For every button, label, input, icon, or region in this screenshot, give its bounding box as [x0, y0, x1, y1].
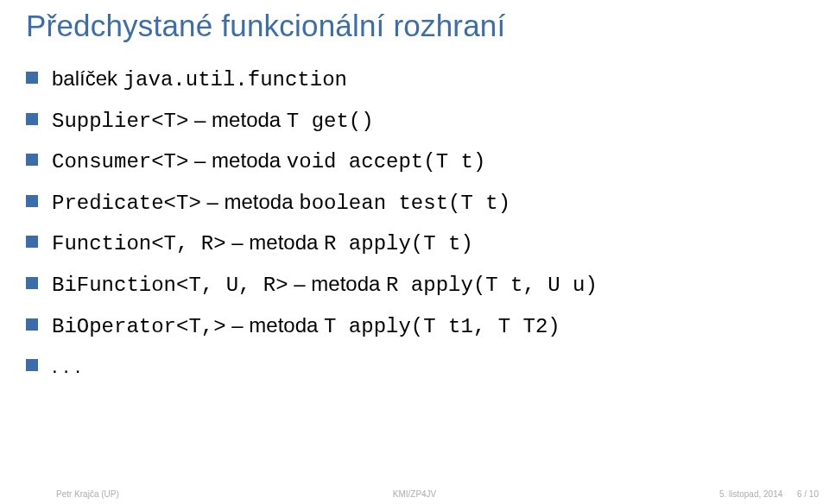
list-item: Consumer<T> – metoda void accept(T t) — [26, 146, 803, 177]
bullet-icon — [26, 236, 38, 248]
item-code: Function<T, R> — [52, 232, 226, 255]
item-code: void accept(T t) — [287, 150, 485, 173]
list-item: balíček java.util.function — [26, 64, 803, 95]
bullet-icon — [26, 318, 38, 331]
item-text: – metoda — [188, 108, 286, 131]
bullet-icon — [26, 277, 38, 289]
footer-course: KMI/ZP4JV — [393, 489, 437, 499]
footer: Petr Krajča (UP) KMI/ZP4JV 5. listopad, … — [0, 483, 829, 504]
item-text: balíček — [52, 66, 123, 90]
item-text: – metoda — [226, 313, 324, 337]
list-item: Supplier<T> – metoda T get() — [26, 105, 803, 136]
slide-title: Předchystané funkcionální rozhraní — [26, 9, 803, 43]
item-code: R apply(T t, U u) — [386, 274, 598, 297]
item-code: BiOperator<T,> — [52, 315, 226, 338]
item-text: . . . — [52, 354, 80, 377]
item-text: – metoda — [288, 272, 386, 295]
list-item: . . . — [26, 351, 803, 381]
footer-page: 6 / 10 — [797, 489, 819, 499]
bullet-icon — [26, 359, 38, 371]
footer-date: 5. listopad, 2014 — [719, 489, 782, 499]
item-code: boolean test(T t) — [299, 192, 510, 215]
item-code: java.util.function — [123, 68, 347, 91]
item-code: T apply(T t1, T T2) — [324, 315, 560, 338]
list-item: Predicate<T> – metoda boolean test(T t) — [26, 187, 803, 218]
item-code: Predicate<T> — [52, 192, 201, 215]
item-code: T get() — [287, 110, 374, 133]
list-item: BiOperator<T,> – metoda T apply(T t1, T … — [26, 311, 803, 342]
bullet-icon — [26, 195, 38, 207]
list-item: Function<T, R> – metoda R apply(T t) — [26, 228, 803, 259]
bullet-icon — [26, 154, 38, 166]
item-code: BiFunction<T, U, R> — [52, 274, 288, 297]
content-area: balíček java.util.function Supplier<T> –… — [26, 64, 803, 504]
list-item: BiFunction<T, U, R> – metoda R apply(T t… — [26, 269, 803, 300]
item-text: – metoda — [226, 230, 324, 254]
bullet-icon — [26, 72, 38, 84]
item-code: Consumer<T> — [52, 150, 188, 173]
item-code: Supplier<T> — [52, 110, 188, 133]
item-code: R apply(T t) — [324, 232, 473, 255]
bullet-icon — [26, 113, 38, 125]
footer-author: Petr Krajča (UP) — [56, 489, 119, 499]
item-text: – metoda — [188, 148, 286, 172]
item-text: – metoda — [201, 190, 299, 213]
